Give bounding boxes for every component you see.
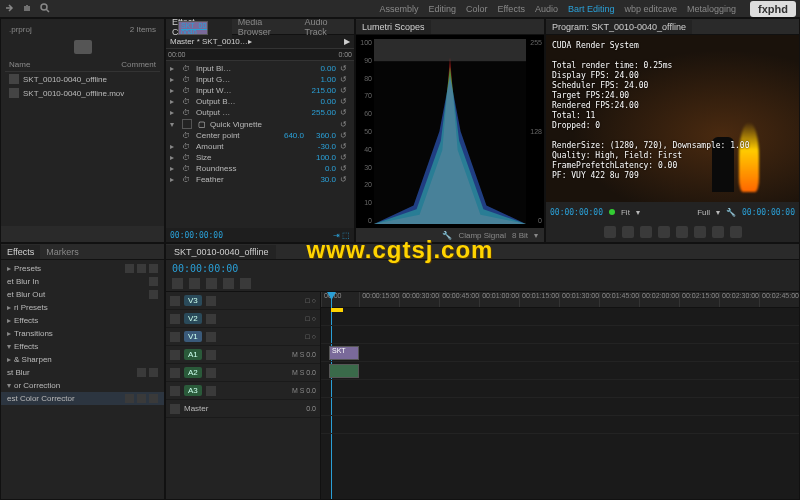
- resolution-select[interactable]: Full: [697, 208, 710, 217]
- twirl-icon[interactable]: ▸: [170, 64, 178, 73]
- timeline-tracks-area[interactable]: 00:0000:00:15:0000:00:30:0000:00:45:0000…: [321, 292, 799, 499]
- track-row[interactable]: [321, 326, 799, 344]
- scope-display[interactable]: 1009080706050403020100 2551280: [356, 35, 544, 228]
- stopwatch-icon[interactable]: ⏱: [182, 131, 192, 140]
- track-label[interactable]: V1: [184, 331, 202, 342]
- video-track-header[interactable]: V1□ ○: [166, 328, 320, 346]
- twirl-down-icon[interactable]: ▾: [170, 120, 178, 129]
- fx-folder[interactable]: ▾or Correction: [1, 379, 164, 392]
- fx-folder[interactable]: ▸& Sharpen: [1, 353, 164, 366]
- chevron-down-icon[interactable]: ▾: [636, 208, 640, 217]
- keyframe-nav-icon[interactable]: ⇥ ⬚: [333, 231, 350, 240]
- track-label[interactable]: V3: [184, 295, 202, 306]
- chevron-down-icon[interactable]: ▾: [716, 208, 720, 217]
- stopwatch-icon[interactable]: ⏱: [182, 164, 192, 173]
- marker-icon[interactable]: [206, 278, 217, 289]
- video-track-header[interactable]: V3□ ○: [166, 292, 320, 310]
- project-col-name[interactable]: Name: [9, 60, 121, 69]
- mark-out-icon[interactable]: [622, 226, 634, 238]
- lock-icon[interactable]: [170, 350, 180, 360]
- stopwatch-icon[interactable]: ⏱: [182, 175, 192, 184]
- reset-icon[interactable]: ↺: [340, 86, 350, 95]
- param-value[interactable]: -30.0: [306, 142, 336, 151]
- audio-track-header[interactable]: A2M S 0.0: [166, 364, 320, 382]
- lock-icon[interactable]: [170, 404, 180, 414]
- mask-icon[interactable]: ▢: [198, 120, 206, 129]
- track-label[interactable]: A3: [184, 385, 202, 396]
- workspace-color[interactable]: Color: [466, 4, 488, 14]
- stopwatch-icon[interactable]: ⏱: [182, 108, 192, 117]
- step-fwd-icon[interactable]: [676, 226, 688, 238]
- reset-icon[interactable]: ↺: [340, 153, 350, 162]
- fx-item[interactable]: et Blur Out: [1, 288, 164, 301]
- track-label[interactable]: A2: [184, 367, 202, 378]
- ec-clip-link[interactable]: SKT_0010-0040…: [178, 21, 208, 35]
- fx-folder[interactable]: ▸Transitions: [1, 327, 164, 340]
- twirl-icon[interactable]: ▸: [170, 86, 178, 95]
- timeline-ruler[interactable]: 00:0000:00:15:0000:00:30:0000:00:45:0000…: [321, 292, 799, 308]
- mute-icon[interactable]: [206, 350, 216, 360]
- workspace-wbp[interactable]: wbp editcave: [624, 4, 677, 14]
- loop-icon[interactable]: [694, 226, 706, 238]
- param-value[interactable]: 0.00: [306, 97, 336, 106]
- twirl-icon[interactable]: ▸: [170, 108, 178, 117]
- chevron-down-icon[interactable]: ▾: [534, 231, 538, 240]
- param-value[interactable]: 0.00: [306, 64, 336, 73]
- tab-audio-track[interactable]: Audio Track: [299, 18, 354, 39]
- eye-icon[interactable]: [206, 296, 216, 306]
- timeline-clip[interactable]: SKT: [329, 346, 359, 360]
- lock-icon[interactable]: [170, 368, 180, 378]
- reset-icon[interactable]: ↺: [340, 142, 350, 151]
- reset-icon[interactable]: ↺: [340, 108, 350, 117]
- bit-depth-select[interactable]: 8 Bit: [512, 231, 528, 240]
- zoom-icon[interactable]: [40, 3, 52, 15]
- reset-icon[interactable]: ↺: [340, 75, 350, 84]
- param-value[interactable]: 1.00: [306, 75, 336, 84]
- reset-icon[interactable]: ↺: [340, 64, 350, 73]
- fx-toggle[interactable]: [182, 119, 192, 129]
- param-value[interactable]: 100.0: [306, 153, 336, 162]
- stopwatch-icon[interactable]: ⏱: [182, 153, 192, 162]
- tab-markers[interactable]: Markers: [40, 245, 85, 259]
- linked-sel-icon[interactable]: [189, 278, 200, 289]
- eye-icon[interactable]: [206, 332, 216, 342]
- fx-item[interactable]: et Blur In: [1, 275, 164, 288]
- project-row[interactable]: SKT_0010-0040_offline: [5, 72, 160, 86]
- hand-icon[interactable]: [22, 3, 34, 15]
- workspace-metalogging[interactable]: Metalogging: [687, 4, 736, 14]
- track-row[interactable]: [321, 398, 799, 416]
- program-tc-right[interactable]: 00:00:00:00: [742, 208, 795, 217]
- stopwatch-icon[interactable]: ⏱: [182, 64, 192, 73]
- clamp-signal-toggle[interactable]: Clamp Signal: [458, 231, 506, 240]
- reset-icon[interactable]: ↺: [340, 175, 350, 184]
- lock-icon[interactable]: [170, 296, 180, 306]
- reset-icon[interactable]: ↺: [340, 120, 350, 129]
- stopwatch-icon[interactable]: ⏱: [182, 97, 192, 106]
- fx-folder[interactable]: ▸ri Presets: [1, 301, 164, 314]
- workspace-bart-editing[interactable]: Bart Editing: [568, 4, 615, 14]
- param-value[interactable]: 255.00: [306, 108, 336, 117]
- fx-folder[interactable]: ▸Effects: [1, 314, 164, 327]
- mute-icon[interactable]: [206, 386, 216, 396]
- track-label[interactable]: A1: [184, 349, 202, 360]
- program-viewport[interactable]: CUDA Render System Total render time: 0.…: [546, 35, 799, 202]
- track-row[interactable]: [321, 308, 799, 326]
- snap-icon[interactable]: [172, 278, 183, 289]
- tab-media-browser[interactable]: Media Browser: [232, 18, 299, 39]
- master-track-header[interactable]: Master0.0: [166, 400, 320, 418]
- effect-name[interactable]: Quick Vignette: [210, 120, 336, 129]
- wrench-icon[interactable]: 🔧: [442, 231, 452, 240]
- twirl-icon[interactable]: ▸: [170, 75, 178, 84]
- twirl-icon[interactable]: ▸: [170, 164, 178, 173]
- twirl-icon[interactable]: ▸: [170, 142, 178, 151]
- fx-folder[interactable]: ▾Effects: [1, 340, 164, 353]
- wrench-icon[interactable]: 🔧: [726, 208, 736, 217]
- fx-folder[interactable]: ▸Presets: [1, 262, 164, 275]
- track-row[interactable]: SKT: [321, 344, 799, 362]
- settings-icon[interactable]: [223, 278, 234, 289]
- play-icon[interactable]: ▶: [344, 37, 350, 46]
- step-back-icon[interactable]: [640, 226, 652, 238]
- lock-icon[interactable]: [170, 314, 180, 324]
- program-tc-left[interactable]: 00:00:00:00: [550, 208, 603, 217]
- workspace-assembly[interactable]: Assembly: [379, 4, 418, 14]
